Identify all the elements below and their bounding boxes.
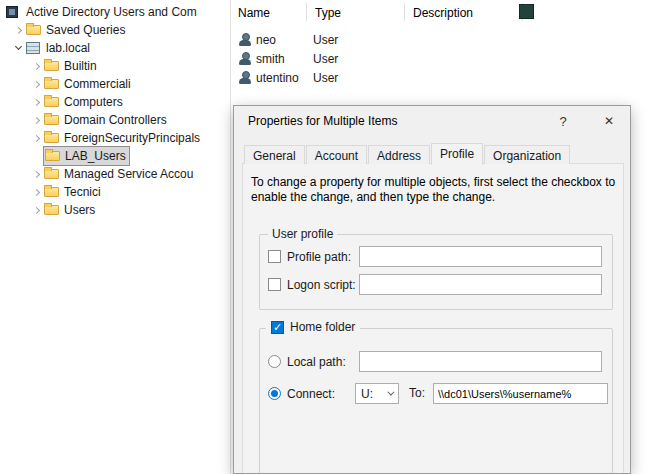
aduc-window: Active Directory Users and Com Saved Que… [0,0,656,474]
tree-item-label: Users [64,203,95,217]
intro-text-line1: To change a property for multiple object… [251,175,615,189]
tree-item-commerciali[interactable]: Commerciali [0,75,230,93]
folder-icon [44,59,60,73]
user-name: neo [256,33,313,47]
column-header-name[interactable]: Name [238,6,270,20]
tree-item-tecnici[interactable]: Tecnici [0,183,230,201]
chevron-right-icon[interactable] [30,185,44,199]
tab-general[interactable]: General [244,145,305,164]
dialog-title: Properties for Multiple Items [248,114,397,128]
folder-icon [44,203,60,217]
tree-item-label: Commerciali [64,77,131,91]
folder-icon [44,167,60,181]
drive-letter-value: U: [361,387,373,401]
tree-item-root[interactable]: Active Directory Users and Com [0,3,230,21]
tab-address[interactable]: Address [368,145,430,164]
user-icon [238,70,252,85]
user-type: User [313,71,338,85]
close-icon[interactable]: ✕ [594,106,624,136]
chevron-down-icon [387,389,394,396]
tree-item-label: LAB_Users [65,149,126,163]
to-label: To: [409,386,425,400]
user-icon [238,51,252,66]
dialog-titlebar[interactable]: Properties for Multiple Items ? ✕ [234,106,630,136]
folder-icon [44,113,60,127]
list-header: Name Type Description [231,0,656,26]
chevron-right-icon[interactable] [30,95,44,109]
tree-item-label: Tecnici [64,185,101,199]
list-item-utentino[interactable]: utentino User [231,68,531,87]
list-item-smith[interactable]: smith User [231,49,531,68]
object-list: Name Type Description neo User smith Use… [231,0,656,105]
chevron-spacer [30,149,44,163]
home-folder-group: Home folder Local path: Connect: U: [259,328,613,474]
domain-icon [26,41,42,55]
help-button[interactable]: ? [548,106,578,136]
chevron-right-icon[interactable] [12,23,26,37]
tree-item-label: lab.local [46,41,90,55]
chevron-right-icon[interactable] [30,113,44,127]
chevron-right-icon[interactable] [30,167,44,181]
drive-letter-select[interactable]: U: [355,383,399,404]
tree-item-lab-local[interactable]: lab.local [0,39,230,57]
folder-icon [26,23,42,37]
tree-item-foreign-security-principals[interactable]: ForeignSecurityPrincipals [0,129,230,147]
home-folder-label: Home folder [290,320,355,334]
user-name: utentino [256,71,313,85]
folder-icon [44,77,60,91]
tree-item-label: ForeignSecurityPrincipals [64,131,200,145]
folder-icon [44,131,60,145]
console-root-icon [6,5,22,19]
user-profile-group-label: User profile [268,227,337,241]
column-separator[interactable] [404,3,405,21]
tree-item-computers[interactable]: Computers [0,93,230,111]
home-folder-checkbox[interactable] [271,321,284,334]
tree-item-label: Saved Queries [46,23,125,37]
column-separator[interactable] [306,3,307,21]
user-profile-group: User profile Profile path: Logon script: [259,234,613,310]
tree-item-label: Builtin [64,59,97,73]
user-icon [238,32,252,47]
chevron-right-icon[interactable] [30,59,44,73]
profile-path-input[interactable] [359,246,602,267]
connect-path-input[interactable] [433,383,608,404]
tree-item-managed-service-accounts[interactable]: Managed Service Accou [0,165,230,183]
tree-item-label: Managed Service Accou [64,167,193,181]
console-tree: Active Directory Users and Com Saved Que… [0,0,230,474]
tab-profile[interactable]: Profile [431,143,483,165]
tab-account[interactable]: Account [306,145,367,164]
tree-item-label: Active Directory Users and Com [26,5,197,19]
folder-icon [44,95,60,109]
console-pane-icon [519,4,534,19]
chevron-right-icon[interactable] [30,77,44,91]
local-path-input[interactable] [359,351,602,372]
tree-item-saved-queries[interactable]: Saved Queries [0,21,230,39]
tab-strip: General Account Address Profile Organiza… [244,142,571,164]
column-header-type[interactable]: Type [315,6,341,20]
tree-item-builtin[interactable]: Builtin [0,57,230,75]
tab-organization[interactable]: Organization [484,145,570,164]
folder-icon [45,149,61,163]
folder-icon [44,185,60,199]
tree-item-lab-users[interactable]: LAB_Users [0,147,230,165]
user-name: smith [256,52,313,66]
chevron-right-icon[interactable] [30,203,44,217]
user-type: User [313,33,338,47]
chevron-down-icon[interactable] [12,41,26,55]
intro-text-line2: enable the change, and then type the cha… [251,190,495,204]
properties-dialog: Properties for Multiple Items ? ✕ Genera… [233,105,631,474]
tree-item-label: Computers [64,95,123,109]
column-header-description[interactable]: Description [413,6,473,20]
list-item-neo[interactable]: neo User [231,30,531,49]
tree-item-domain-controllers[interactable]: Domain Controllers [0,111,230,129]
tree-item-label: Domain Controllers [64,113,167,127]
profile-tab-page: To change a property for multiple object… [242,163,624,474]
user-type: User [313,52,338,66]
chevron-right-icon[interactable] [30,131,44,145]
tree-item-users[interactable]: Users [0,201,230,219]
logon-script-input[interactable] [359,274,602,295]
